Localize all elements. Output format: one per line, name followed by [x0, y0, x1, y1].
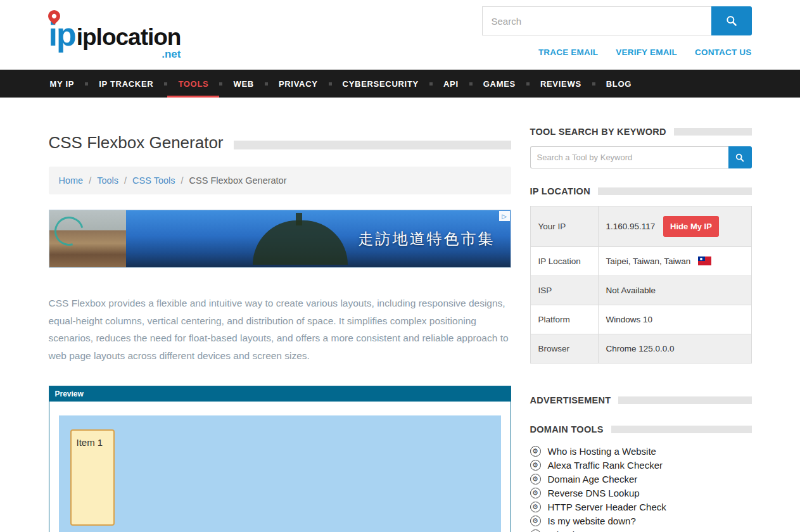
taiwan-flag-icon	[698, 256, 711, 265]
domain-tool-label: HTTP Server Header Check	[548, 502, 666, 512]
domain-tool-label: Reverse DNS Lookup	[548, 488, 640, 498]
table-row-ip-location: IP Location Taipei, Taiwan, Taiwan	[530, 247, 751, 276]
logo-text: iplocation	[77, 24, 181, 50]
site-search-button[interactable]	[711, 6, 752, 35]
gear-icon: ⚙	[530, 446, 541, 457]
table-row-your-ip: Your IP 1.160.95.117 Hide My IP	[530, 206, 751, 247]
domain-tool-label: Who is Hosting a Website	[548, 446, 656, 457]
logo-ip-mark: ip	[49, 9, 75, 51]
row-label: Browser	[530, 334, 598, 364]
title-decoration-bar	[234, 141, 511, 149]
contact-us-link[interactable]: CONTACT US	[695, 48, 752, 57]
table-row-isp: ISP Not Available	[530, 276, 751, 305]
preview-body: Item 1	[49, 402, 511, 532]
breadcrumb-home[interactable]: Home	[59, 175, 84, 186]
your-ip-value: 1.160.95.117	[606, 222, 656, 231]
domain-tool-reverse-dns-link[interactable]: ⚙ Reverse DNS Lookup	[530, 488, 752, 498]
ip-info-table: Your IP 1.160.95.117 Hide My IP IP Locat…	[530, 206, 752, 364]
nav-item-privacy[interactable]: PRIVACY	[268, 70, 329, 98]
breadcrumb: Home/Tools/CSS Tools/CSS Flexbox Generat…	[49, 167, 511, 194]
tool-search-box	[530, 146, 752, 168]
gear-icon: ⚙	[530, 502, 541, 512]
domain-tool-label: Alexa Traffic Rank Checker	[548, 460, 663, 471]
ad-photo-left	[49, 210, 126, 267]
domain-tools-heading: DOMAIN TOOLS	[530, 424, 604, 434]
tool-description: CSS Flexbox provides a flexible and intu…	[49, 294, 511, 364]
nav-item-games[interactable]: GAMES	[473, 70, 526, 98]
domain-tool-hosting-link[interactable]: ⚙ Who is Hosting a Website	[530, 446, 752, 457]
isp-value: Not Available	[598, 276, 751, 305]
advertisement-heading: ADVERTISEMENT	[530, 395, 611, 405]
breadcrumb-current: CSS Flexbox Generator	[189, 175, 287, 186]
domain-tools-list: ⚙ Who is Hosting a Website ⚙ Alexa Traff…	[530, 446, 752, 532]
main-content: CSS Flexbox Generator Home/Tools/CSS Too…	[49, 117, 511, 532]
domain-tool-website-down-link[interactable]: ⚙ Is my website down?	[530, 516, 752, 526]
ad-headline: 走訪地道特色市集	[359, 229, 495, 249]
site-logo[interactable]: ip iplocation .net	[49, 6, 181, 57]
tool-search-heading: TOOL SEARCH BY KEYWORD	[530, 127, 666, 137]
nav-item-api[interactable]: API	[433, 70, 469, 98]
domain-tools-heading-row: DOMAIN TOOLS	[530, 424, 752, 434]
site-header: ip iplocation .net TRACE EMAIL VERIFY EM…	[0, 0, 800, 70]
domain-tool-domain-age-link[interactable]: ⚙ Domain Age Checker	[530, 474, 752, 484]
heading-decoration-bar	[598, 187, 752, 195]
tool-search-button[interactable]	[728, 146, 752, 168]
main-nav: MY IP IP TRACKER TOOLS WEB PRIVACY CYBER…	[0, 70, 800, 98]
table-row-platform: Platform Windows 10	[530, 305, 751, 334]
gear-icon: ⚙	[530, 529, 541, 532]
tool-search-heading-row: TOOL SEARCH BY KEYWORD	[530, 127, 752, 137]
ip-location-heading-row: IP LOCATION	[530, 186, 752, 196]
browser-value: Chrome 125.0.0.0	[598, 334, 751, 364]
platform-value: Windows 10	[598, 305, 751, 334]
ip-location-heading: IP LOCATION	[530, 186, 590, 196]
row-label: Platform	[530, 305, 598, 334]
gear-icon: ⚙	[530, 460, 541, 471]
gear-icon: ⚙	[530, 516, 541, 526]
breadcrumb-tools[interactable]: Tools	[97, 175, 118, 186]
header-right: TRACE EMAIL VERIFY EMAIL CONTACT US	[482, 6, 752, 57]
breadcrumb-separator: /	[89, 175, 91, 186]
breadcrumb-separator: /	[181, 175, 184, 186]
hide-my-ip-button[interactable]: Hide My IP	[663, 216, 719, 237]
trace-email-link[interactable]: TRACE EMAIL	[538, 48, 598, 57]
domain-tool-user-agent-link[interactable]: ⚙ What is my User Agent?	[530, 529, 752, 532]
nav-item-web[interactable]: WEB	[222, 70, 264, 98]
header-links: TRACE EMAIL VERIFY EMAIL CONTACT US	[482, 48, 752, 57]
search-icon	[735, 153, 745, 163]
logo-suffix: .net	[162, 48, 181, 61]
site-search-input[interactable]	[482, 6, 711, 35]
sidebar: TOOL SEARCH BY KEYWORD IP LOCATION Your …	[530, 117, 752, 532]
ip-location-value: Taipei, Taiwan, Taiwan	[606, 256, 691, 266]
nav-item-reviews[interactable]: REVIEWS	[530, 70, 592, 98]
adchoices-icon[interactable]: ▷	[499, 211, 510, 221]
ad-photo-right: 走訪地道特色市集	[126, 210, 511, 267]
domain-tool-http-header-link[interactable]: ⚙ HTTP Server Header Check	[530, 502, 752, 512]
gear-icon: ⚙	[530, 474, 541, 484]
nav-item-blog[interactable]: BLOG	[595, 70, 642, 98]
domain-tool-label: What is my User Agent?	[548, 529, 650, 532]
nav-item-ip-tracker[interactable]: IP TRACKER	[88, 70, 164, 98]
heading-decoration-bar	[611, 426, 752, 433]
nav-item-my-ip[interactable]: MY IP	[49, 70, 86, 98]
domain-tool-alexa-rank-link[interactable]: ⚙ Alexa Traffic Rank Checker	[530, 460, 752, 471]
gear-icon: ⚙	[530, 488, 541, 498]
logo-wordmark: iplocation .net	[77, 9, 181, 51]
ad-banner[interactable]: 走訪地道特色市集 ▷	[49, 210, 511, 268]
search-icon	[725, 15, 738, 27]
nav-item-tools[interactable]: TOOLS	[167, 70, 219, 98]
domain-tool-label: Is my website down?	[548, 516, 636, 526]
nav-item-cybersecurity[interactable]: CYBERSECURITY	[332, 70, 429, 98]
flex-item-1: Item 1	[70, 429, 115, 526]
row-label: ISP	[530, 276, 598, 305]
heading-decoration-bar	[618, 396, 751, 404]
heading-decoration-bar	[674, 128, 752, 136]
verify-email-link[interactable]: VERIFY EMAIL	[616, 48, 677, 57]
table-row-browser: Browser Chrome 125.0.0.0	[530, 334, 751, 364]
page-title: CSS Flexbox Generator	[49, 133, 224, 153]
tool-search-input[interactable]	[530, 146, 728, 168]
breadcrumb-separator: /	[124, 175, 127, 186]
flexbox-preview-container: Item 1	[59, 415, 501, 532]
breadcrumb-css-tools[interactable]: CSS Tools	[132, 175, 175, 186]
preview-header: Preview	[49, 386, 511, 402]
domain-tool-label: Domain Age Checker	[548, 474, 638, 484]
